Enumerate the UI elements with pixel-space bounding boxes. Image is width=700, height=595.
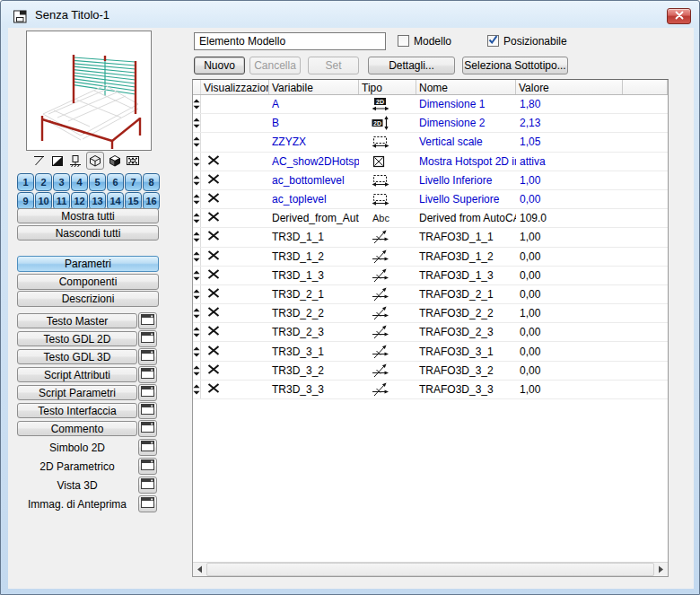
script-button-script-parametri[interactable]: Script Parametri xyxy=(17,385,137,400)
row-updown-toggle[interactable] xyxy=(193,190,201,208)
open-window-button[interactable] xyxy=(138,458,157,475)
button-dettagli[interactable]: Dettagli... xyxy=(368,57,455,74)
row-hidden-toggle[interactable] xyxy=(201,267,269,284)
cell-variable[interactable]: TR3D_3_2 xyxy=(269,362,359,380)
cell-value[interactable]: 109.0 xyxy=(516,209,623,227)
open-window-button[interactable] xyxy=(138,420,157,437)
row-hidden-toggle[interactable] xyxy=(201,248,269,266)
open-window-button[interactable] xyxy=(138,312,157,329)
row-hidden-toggle[interactable] xyxy=(201,323,269,341)
titlebar[interactable]: Senza Titolo-1 xyxy=(1,1,699,28)
cell-value[interactable]: 2,13 xyxy=(516,114,623,132)
cell-name[interactable]: Vertical scale xyxy=(416,133,516,151)
table-row[interactable]: A2DDimensione 11,80 xyxy=(193,95,668,114)
cell-variable[interactable]: B xyxy=(269,114,359,132)
table-row[interactable]: TR3D_2_2TRAFO3D_2_21,00 xyxy=(193,304,668,323)
row-hidden-toggle[interactable] xyxy=(201,304,269,322)
table-row[interactable]: ac_bottomlevelLivello Inferiore1,00 xyxy=(193,171,668,190)
row-updown-toggle[interactable] xyxy=(193,248,201,266)
show-all-button[interactable]: Mostra tutti xyxy=(17,208,159,223)
open-window-button[interactable] xyxy=(138,477,157,494)
cell-name[interactable]: Dimensione 1 xyxy=(416,95,516,113)
cell-variable[interactable]: ZZYZX xyxy=(269,133,359,151)
hide-all-button[interactable]: Nascondi tutti xyxy=(17,225,159,241)
cell-value[interactable]: 1,05 xyxy=(516,133,623,151)
table-row[interactable]: Derived_from_Aut...AbcDerived from AutoC… xyxy=(193,209,668,228)
cell-name[interactable]: TRAFO3D_1_1 xyxy=(416,228,516,246)
cell-name[interactable]: Derived from AutoCAD xyxy=(416,209,516,227)
cell-variable[interactable]: ac_bottomlevel xyxy=(269,171,359,189)
level-button-11[interactable]: 11 xyxy=(53,192,70,210)
row-updown-toggle[interactable] xyxy=(193,228,201,246)
open-window-button[interactable] xyxy=(138,384,157,401)
open-window-button[interactable] xyxy=(138,348,157,365)
table-row[interactable]: TR3D_2_3TRAFO3D_2_30,00 xyxy=(193,323,668,342)
symbol-stand-icon[interactable] xyxy=(68,153,83,168)
script-button-commento[interactable]: Commento xyxy=(17,421,137,436)
script-button-testo-interfaccia[interactable]: Testo Interfaccia xyxy=(17,403,137,418)
row-updown-toggle[interactable] xyxy=(193,304,201,322)
row-updown-toggle[interactable] xyxy=(193,171,201,189)
open-window-button[interactable] xyxy=(138,330,157,347)
open-window-button[interactable] xyxy=(138,366,157,383)
row-hidden-toggle[interactable] xyxy=(201,381,269,398)
tab-componenti[interactable]: Componenti xyxy=(17,274,159,290)
cell-value[interactable]: 1,80 xyxy=(516,95,623,113)
level-button-13[interactable]: 13 xyxy=(89,192,106,210)
posizionabile-checkbox[interactable] xyxy=(487,35,499,47)
level-button-4[interactable]: 4 xyxy=(71,173,88,191)
table-row[interactable]: TR3D_1_3TRAFO3D_1_30,00 xyxy=(193,267,668,285)
wireframe-2d-icon[interactable] xyxy=(32,153,47,168)
cell-variable[interactable]: TR3D_2_2 xyxy=(269,304,359,322)
column-header-variabile[interactable]: Variabile xyxy=(269,80,359,94)
row-updown-toggle[interactable] xyxy=(193,153,201,171)
modello-checkbox-group[interactable]: Modello xyxy=(398,34,451,48)
button-seleziona-sottotipo[interactable]: Seleziona Sottotipo... xyxy=(462,57,568,74)
open-window-button[interactable] xyxy=(138,402,157,419)
cell-variable[interactable]: TR3D_1_1 xyxy=(269,228,359,246)
level-button-5[interactable]: 5 xyxy=(89,173,106,191)
script-button-testo-master[interactable]: Testo Master xyxy=(17,313,137,328)
row-hidden-toggle[interactable] xyxy=(201,95,269,113)
open-window-button[interactable] xyxy=(138,439,157,456)
table-row[interactable]: TR3D_1_1TRAFO3D_1_11,00 xyxy=(193,228,668,247)
element-name-input[interactable] xyxy=(194,32,386,50)
cell-name[interactable]: Livello Superiore xyxy=(416,190,516,208)
table-row[interactable]: TR3D_2_1TRAFO3D_2_10,00 xyxy=(193,285,668,304)
level-button-16[interactable]: 16 xyxy=(143,192,160,210)
script-button-testo-gdl-2d[interactable]: Testo GDL 2D xyxy=(17,331,137,346)
cell-value[interactable]: 1,00 xyxy=(516,228,623,246)
scroll-left-arrow-icon[interactable] xyxy=(193,563,206,576)
script-button-testo-gdl-3d[interactable]: Testo GDL 3D xyxy=(17,349,137,364)
column-header-nome[interactable]: Nome xyxy=(416,80,516,94)
level-button-3[interactable]: 3 xyxy=(53,173,70,191)
row-updown-toggle[interactable] xyxy=(193,381,201,398)
level-button-1[interactable]: 1 xyxy=(17,173,34,191)
cell-name[interactable]: TRAFO3D_2_2 xyxy=(416,304,516,322)
cell-variable[interactable]: TR3D_2_1 xyxy=(269,285,359,303)
cell-variable[interactable]: AC_show2DHotsp... xyxy=(269,153,359,171)
cell-variable[interactable]: TR3D_3_1 xyxy=(269,342,359,360)
level-button-14[interactable]: 14 xyxy=(107,192,124,210)
scroll-right-arrow-icon[interactable] xyxy=(654,563,668,576)
table-row[interactable]: TR3D_3_2TRAFO3D_3_20,00 xyxy=(193,362,668,381)
button-nuovo[interactable]: Nuovo xyxy=(194,57,245,74)
row-updown-toggle[interactable] xyxy=(193,267,201,284)
cell-variable[interactable]: TR3D_1_3 xyxy=(269,267,359,284)
cell-value[interactable]: 0,00 xyxy=(516,267,623,284)
cell-name[interactable]: Livello Inferiore xyxy=(416,171,516,189)
table-row[interactable]: TR3D_3_1TRAFO3D_3_10,00 xyxy=(193,342,668,361)
cell-value[interactable]: 1,00 xyxy=(516,171,623,189)
cell-variable[interactable]: Derived_from_Aut... xyxy=(269,209,359,227)
table-row[interactable]: TR3D_1_2TRAFO3D_1_20,00 xyxy=(193,248,668,267)
cell-value[interactable]: attiva xyxy=(516,153,623,171)
cell-value[interactable]: 0,00 xyxy=(516,190,623,208)
level-button-2[interactable]: 2 xyxy=(35,173,52,191)
cell-variable[interactable]: TR3D_1_2 xyxy=(269,248,359,266)
row-updown-toggle[interactable] xyxy=(193,285,201,303)
posizionabile-checkbox-group[interactable]: Posizionabile xyxy=(487,34,567,48)
shaded-3d-icon[interactable] xyxy=(108,153,122,168)
level-button-12[interactable]: 12 xyxy=(71,192,88,210)
scrollbar-thumb[interactable] xyxy=(206,563,654,576)
animation-film-icon[interactable] xyxy=(126,153,140,168)
